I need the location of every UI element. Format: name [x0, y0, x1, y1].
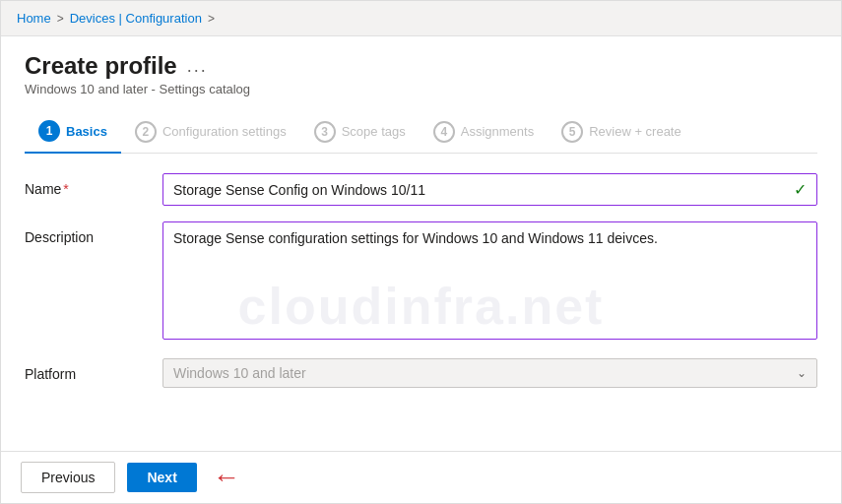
platform-field: Windows 10 and later ⌄ — [162, 358, 817, 388]
name-check-icon: ✓ — [794, 180, 807, 199]
description-field: Storage Sense configuration settings for… — [162, 221, 817, 343]
footer-bar: Previous Next ← — [1, 451, 841, 503]
next-button[interactable]: Next — [127, 463, 196, 492]
platform-value: Windows 10 and later — [173, 365, 306, 381]
step-2-circle: 2 — [135, 121, 157, 143]
breadcrumb: Home > Devices | Configuration > — [1, 1, 841, 36]
arrow-indicator-icon: ← — [213, 464, 240, 491]
name-input-value[interactable]: Storage Sense Config on Windows 10/11 — [173, 182, 786, 198]
steps-bar: 1 Basics 2 Configuration settings 3 Scop… — [25, 112, 817, 154]
platform-select[interactable]: Windows 10 and later ⌄ — [162, 358, 817, 388]
breadcrumb-sep1: > — [57, 12, 64, 26]
step-3-circle: 3 — [314, 121, 336, 143]
breadcrumb-sep2: > — [208, 12, 215, 26]
platform-label: Platform — [25, 358, 143, 382]
step-basics[interactable]: 1 Basics — [25, 112, 121, 154]
breadcrumb-home[interactable]: Home — [17, 11, 51, 26]
description-label: Description — [25, 221, 143, 245]
page-more-options[interactable]: ... — [187, 56, 208, 77]
chevron-down-icon: ⌄ — [797, 366, 807, 380]
platform-row: Platform Windows 10 and later ⌄ — [25, 358, 817, 388]
title-row: Create profile ... — [25, 52, 817, 80]
step-3-label: Scope tags — [342, 124, 406, 139]
previous-button[interactable]: Previous — [21, 462, 115, 493]
step-5-circle: 5 — [561, 121, 583, 143]
page-title: Create profile — [25, 52, 177, 80]
name-row: Name* Storage Sense Config on Windows 10… — [25, 173, 817, 206]
name-label: Name* — [25, 173, 143, 197]
step-1-circle: 1 — [38, 120, 60, 142]
page-subtitle: Windows 10 and later - Settings catalog — [25, 82, 817, 96]
breadcrumb-devices-config[interactable]: Devices | Configuration — [70, 11, 202, 26]
step-2-label: Configuration settings — [162, 124, 287, 139]
name-field: Storage Sense Config on Windows 10/11 ✓ — [162, 173, 817, 206]
step-4-label: Assignments — [461, 124, 534, 139]
step-assignments[interactable]: 4 Assignments — [420, 113, 548, 153]
step-5-label: Review + create — [589, 124, 681, 139]
step-scope-tags[interactable]: 3 Scope tags — [300, 113, 420, 153]
step-review-create[interactable]: 5 Review + create — [548, 113, 695, 153]
name-input-wrapper: Storage Sense Config on Windows 10/11 ✓ — [162, 173, 817, 206]
description-row: Description Storage Sense configuration … — [25, 221, 817, 343]
step-config-settings[interactable]: 2 Configuration settings — [121, 113, 300, 153]
step-1-label: Basics — [66, 124, 107, 139]
description-textarea[interactable]: Storage Sense configuration settings for… — [162, 221, 817, 340]
step-4-circle: 4 — [433, 121, 455, 143]
